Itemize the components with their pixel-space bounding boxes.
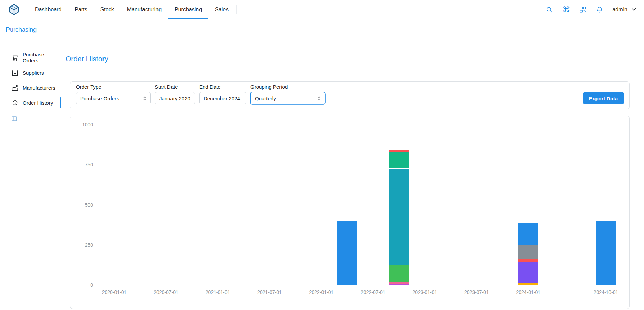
- grouping-period-value: Quarterly: [255, 95, 276, 101]
- command-palette-icon[interactable]: ⌘: [562, 5, 570, 14]
- main-nav-tabs: Dashboard Parts Stock Manufacturing Purc…: [28, 0, 235, 19]
- order-history-chart: 025050075010002020-01-012020-07-012021-0…: [70, 116, 630, 309]
- app-logo-icon[interactable]: [8, 4, 20, 15]
- sidebar-item-label: Purchase Orders: [23, 52, 61, 63]
- order-type-label: Order Type: [76, 84, 151, 90]
- bar-segment[interactable]: [518, 259, 538, 262]
- sidebar-item-label: Suppliers: [23, 70, 44, 76]
- x-axis-tick-label: 2020-07-01: [154, 289, 178, 295]
- order-type-value: Purchase Orders: [80, 95, 119, 101]
- page-title: Order History: [66, 55, 630, 63]
- tab-purchasing[interactable]: Purchasing: [168, 0, 208, 19]
- tab-sales[interactable]: Sales: [208, 0, 235, 19]
- end-date-input[interactable]: [199, 92, 246, 104]
- bar-segment[interactable]: [518, 283, 538, 285]
- tab-dashboard[interactable]: Dashboard: [28, 0, 68, 19]
- top-navbar: Dashboard Parts Stock Manufacturing Purc…: [0, 0, 644, 19]
- shopping-cart-icon: [11, 54, 19, 61]
- user-menu[interactable]: admin: [612, 6, 637, 13]
- export-data-button[interactable]: Export Data: [583, 92, 624, 104]
- username-label: admin: [612, 7, 627, 13]
- tab-manufacturing[interactable]: Manufacturing: [121, 0, 168, 19]
- chart-plot: 025050075010002020-01-012020-07-012021-0…: [70, 116, 629, 309]
- start-date-label: Start Date: [155, 84, 195, 90]
- chevron-down-icon: [631, 6, 637, 13]
- sidebar-item-label: Order History: [23, 100, 53, 106]
- selector-updown-icon: [316, 95, 322, 101]
- x-axis-tick-label: 2022-01-01: [309, 289, 334, 295]
- selector-updown-icon: [142, 95, 148, 101]
- navbar-actions: ⌘ admin: [545, 5, 637, 14]
- y-gridline: [97, 245, 621, 245]
- purchasing-sidebar: Purchase Orders Suppliers Manufacturers …: [0, 41, 61, 310]
- search-icon[interactable]: [545, 5, 553, 14]
- bar-segment[interactable]: [596, 221, 616, 285]
- y-gridline: [97, 205, 621, 205]
- y-gridline: [97, 285, 621, 285]
- bar-segment[interactable]: [389, 284, 409, 285]
- page-layout: Purchase Orders Suppliers Manufacturers …: [0, 41, 644, 310]
- building-store-icon: [11, 69, 19, 76]
- x-axis-tick-label: 2024-01-01: [516, 289, 541, 295]
- end-date-label: End Date: [199, 84, 246, 90]
- grouping-period-group: Grouping Period Quarterly: [250, 84, 325, 104]
- sidebar-item-order-history[interactable]: Order History: [0, 95, 61, 110]
- tabs-right-divider: [236, 5, 237, 14]
- tabs-left-divider: [27, 5, 27, 14]
- x-axis-tick-label: 2020-01-01: [102, 289, 127, 295]
- sidebar-item-manufacturers[interactable]: Manufacturers: [0, 80, 61, 95]
- sidebar-collapse-icon[interactable]: [11, 116, 17, 122]
- x-axis-tick-label: 2023-01-01: [413, 289, 437, 295]
- breadcrumb: Purchasing: [0, 19, 644, 41]
- bar-segment[interactable]: [389, 152, 409, 168]
- y-axis-tick-label: 750: [70, 162, 93, 168]
- bar-segment[interactable]: [389, 169, 409, 265]
- end-date-group: End Date: [199, 84, 246, 104]
- main-content: Order History Order Type Purchase Orders…: [61, 41, 644, 310]
- bar-segment[interactable]: [389, 265, 409, 282]
- y-axis-tick-label: 500: [70, 202, 93, 208]
- history-icon: [11, 99, 19, 106]
- x-axis-tick-label: 2024-10-01: [594, 289, 618, 295]
- y-axis-tick-label: 1000: [70, 121, 93, 128]
- breadcrumb-purchasing-link[interactable]: Purchasing: [6, 26, 37, 34]
- start-date-group: Start Date: [155, 84, 195, 104]
- order-type-group: Order Type Purchase Orders: [76, 84, 151, 104]
- y-gridline: [97, 125, 621, 125]
- sidebar-item-suppliers[interactable]: Suppliers: [0, 65, 61, 80]
- bar-segment[interactable]: [518, 245, 538, 259]
- title-divider: [65, 69, 630, 69]
- bar-segment[interactable]: [518, 223, 538, 245]
- x-axis-tick-label: 2021-07-01: [257, 289, 282, 295]
- sidebar-item-purchase-orders[interactable]: Purchase Orders: [0, 50, 61, 65]
- x-axis-tick-label: 2023-07-01: [464, 289, 489, 295]
- bar-segment[interactable]: [389, 282, 409, 284]
- building-factory-icon: [11, 84, 19, 91]
- start-date-input[interactable]: [155, 92, 195, 104]
- y-axis-tick-label: 0: [70, 282, 93, 288]
- x-axis-tick-label: 2021-01-01: [206, 289, 230, 295]
- bar-segment[interactable]: [518, 262, 538, 283]
- filter-panel: Order Type Purchase Orders Start Date En…: [70, 81, 630, 109]
- tab-stock[interactable]: Stock: [94, 0, 121, 19]
- notifications-bell-icon[interactable]: [595, 5, 604, 14]
- grouping-period-label: Grouping Period: [250, 84, 325, 90]
- bar-segment[interactable]: [389, 150, 409, 152]
- sidebar-item-label: Manufacturers: [23, 85, 55, 91]
- order-type-select[interactable]: Purchase Orders: [76, 92, 151, 104]
- barcode-scan-icon[interactable]: [579, 5, 587, 14]
- bar-segment[interactable]: [337, 221, 357, 285]
- tab-parts[interactable]: Parts: [68, 0, 94, 19]
- x-axis-tick-label: 2022-07-01: [361, 289, 385, 295]
- y-gridline: [97, 165, 621, 165]
- grouping-period-select[interactable]: Quarterly: [250, 92, 325, 104]
- y-axis-tick-label: 250: [70, 242, 93, 248]
